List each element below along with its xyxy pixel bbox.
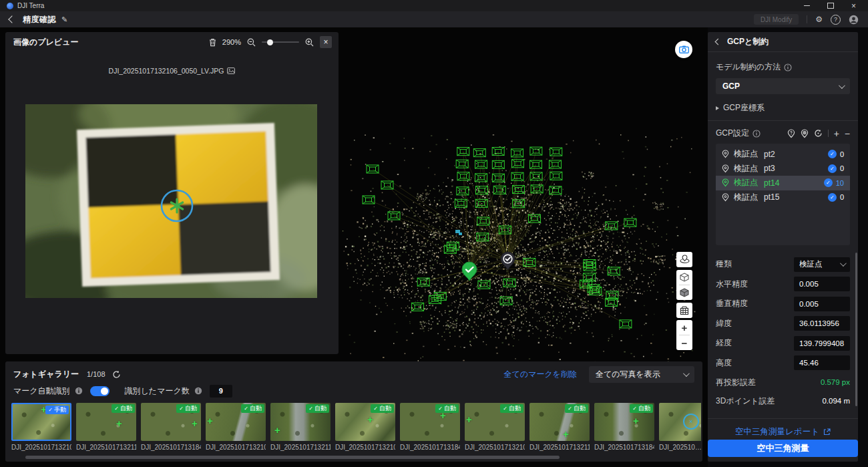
zoom-in-magnifier-icon[interactable] (305, 38, 314, 47)
panel-back-icon[interactable] (715, 39, 722, 45)
photo-filter-value: 全ての写真を表示 (596, 369, 660, 380)
zoom-out-button[interactable]: − (676, 335, 692, 350)
gcp-name: pt2 (764, 150, 775, 159)
solid-view-button[interactable] (676, 285, 692, 300)
batch-locate-gcp-icon[interactable] (801, 129, 809, 138)
gallery-thumbnail[interactable]: + × ✓自動 DJI_20251017131844… (141, 403, 201, 456)
dji-terra-logo-icon (7, 3, 13, 9)
gallery-thumbnail[interactable]: + × ✓自動 DJI_20251017132111… (76, 403, 136, 456)
model-view-button[interactable] (676, 270, 692, 285)
gcp-type: 検証点 (734, 177, 758, 188)
screenshot-camera-button[interactable] (675, 41, 692, 58)
mark-status-badge: ✓手動 (45, 406, 69, 414)
location-pin-icon (722, 193, 729, 202)
gallery-thumbnail[interactable]: + × ✓自動 DJI_20251017132113… (529, 403, 590, 456)
gcp-list-item[interactable]: 検証点 pt14 ✓ 10 (716, 176, 850, 190)
panel-scrollbar[interactable] (855, 253, 857, 406)
field-value: 45.46 (799, 359, 819, 367)
gallery-thumbnail[interactable]: + × ✓自動 DJI_20251017131840… (400, 403, 460, 456)
grid-view-button[interactable] (676, 303, 692, 318)
field-value: 36.0113956 (799, 319, 839, 327)
dji-modify-button[interactable]: DJI Modify (754, 14, 799, 25)
gallery-scrollbar[interactable] (25, 456, 560, 459)
edit-title-icon[interactable]: ✎ (61, 15, 67, 24)
reset-view-button[interactable] (676, 252, 692, 267)
method-label: モデル制約の方法 (716, 61, 781, 73)
gallery-thumbnail[interactable]: + × ✓自動 DJI_20251017132109… (335, 403, 395, 456)
thumbnail-filename: DJI_20251017132104… (206, 444, 266, 451)
expander-triangle-icon (716, 106, 719, 110)
user-avatar-icon[interactable] (849, 15, 859, 25)
photo-filter-dropdown[interactable]: 全ての写真を表示 (589, 366, 694, 383)
gcp-settings-label: GCP設定 (716, 128, 749, 139)
thumbnail-strip: + × ✓手動 DJI_20251017132106… + × ✓自動 DJI_… (11, 403, 701, 456)
back-icon[interactable] (8, 15, 15, 23)
gallery-thumbnail[interactable]: + × ✓自動 DJI_20251017132109… (465, 403, 525, 456)
chevron-down-icon (839, 82, 845, 89)
settings-gear-icon[interactable]: ⚙ (815, 15, 823, 24)
gcp-list-item[interactable]: 検証点 pt15 ✓ 0 (716, 190, 850, 205)
gcp-type: 検証点 (734, 192, 758, 203)
field-input[interactable]: 45.46 (794, 355, 850, 370)
gallery-thumbnail[interactable]: + × ✓ DJI_202510… (659, 403, 701, 456)
mark-count-label: 識別したマーク数 (125, 385, 190, 397)
gcp-mark-count: 0 (840, 150, 844, 158)
method-dropdown[interactable]: GCP (716, 78, 850, 94)
gcp-mark-count: 0 (840, 164, 844, 172)
divider (807, 15, 807, 23)
delete-mark-trash-icon[interactable] (209, 38, 216, 47)
gcp-type: 検証点 (734, 148, 758, 160)
gcp-plus-mark-icon: + (466, 416, 472, 423)
add-gcp-button[interactable]: + (834, 130, 839, 138)
gcp-list-item[interactable]: 検証点 pt2 ✓ 0 (716, 147, 850, 162)
zoom-in-button[interactable]: + (676, 320, 692, 335)
gcp-marker-selected-icon[interactable] (499, 251, 516, 271)
image-preview-panel: 画像のプレビュー 290% × DJI_20251017132106_0050_… (5, 32, 339, 354)
coord-system-expander[interactable]: GCP座標系 (716, 102, 850, 114)
field-input[interactable]: 139.7999408 (794, 336, 850, 351)
field-input[interactable]: 0.005 (794, 277, 850, 291)
sync-gcp-icon[interactable] (814, 129, 823, 138)
field-input[interactable]: 0.005 (794, 297, 850, 311)
close-icon[interactable]: × (851, 3, 856, 9)
mark-count-value: 9 (210, 385, 232, 398)
error-stats: 再投影誤差 0.579 px 3Dポイント誤差 0.094 m (708, 373, 858, 410)
thumbnail-filename: DJI_20251017131842… (594, 444, 654, 451)
point-cloud-canvas[interactable] (334, 27, 708, 375)
field-label: 経度 (716, 337, 732, 349)
zoom-out-magnifier-icon[interactable] (247, 38, 256, 47)
field-input[interactable]: 検証点 (794, 257, 850, 272)
delete-all-marks-link[interactable]: 全てのマークを削除 (504, 369, 577, 380)
field-value: 139.7999408 (799, 339, 844, 347)
gcp-plus-mark-icon: + (367, 416, 373, 423)
preview-image[interactable] (25, 104, 317, 298)
preview-close-button[interactable]: × (320, 36, 332, 48)
locate-gcp-icon[interactable] (787, 129, 795, 138)
gcp-name: pt3 (764, 164, 775, 173)
zoom-slider-knob[interactable] (267, 39, 273, 45)
gallery-thumbnail[interactable]: + × ✓自動 DJI_20251017131842… (594, 403, 654, 456)
gallery-thumbnail[interactable]: + × ✓手動 DJI_20251017132106… (11, 403, 71, 456)
field-input[interactable]: 36.0113956 (794, 316, 850, 331)
mark-status-badge: ✓自動 (630, 404, 653, 413)
remove-gcp-button[interactable]: − (845, 130, 850, 138)
gallery-thumbnail[interactable]: + × ✓自動 DJI_20251017132111… (270, 403, 331, 456)
minimize-icon[interactable] (804, 5, 810, 6)
refresh-icon[interactable] (112, 370, 121, 379)
chevron-down-icon (683, 370, 690, 377)
gcp-marker-checked-icon[interactable] (461, 261, 478, 282)
gcp-list-item[interactable]: 検証点 pt3 ✓ 0 (716, 162, 850, 176)
triangulate-button[interactable]: 空中三角測量 (708, 440, 858, 457)
maximize-icon[interactable] (827, 3, 834, 9)
panel-title: GCPと制約 (727, 36, 769, 47)
help-icon[interactable]: ? (831, 15, 841, 25)
thumbnail-filename: DJI_20251017131844… (141, 444, 201, 451)
gcp-plus-mark-icon: + (563, 431, 569, 438)
checked-count-icon: ✓ (828, 193, 837, 202)
zoom-slider[interactable] (262, 41, 299, 43)
auto-mark-toggle[interactable] (90, 386, 110, 396)
report-link-label: 空中三角測量レポート (735, 426, 819, 438)
nav-bar: 精度確認 ✎ DJI Modify ⚙ ? (0, 11, 868, 27)
gallery-thumbnail[interactable]: + × ✓自動 DJI_20251017132104… (206, 403, 266, 456)
field-label: 種類 (716, 259, 732, 270)
